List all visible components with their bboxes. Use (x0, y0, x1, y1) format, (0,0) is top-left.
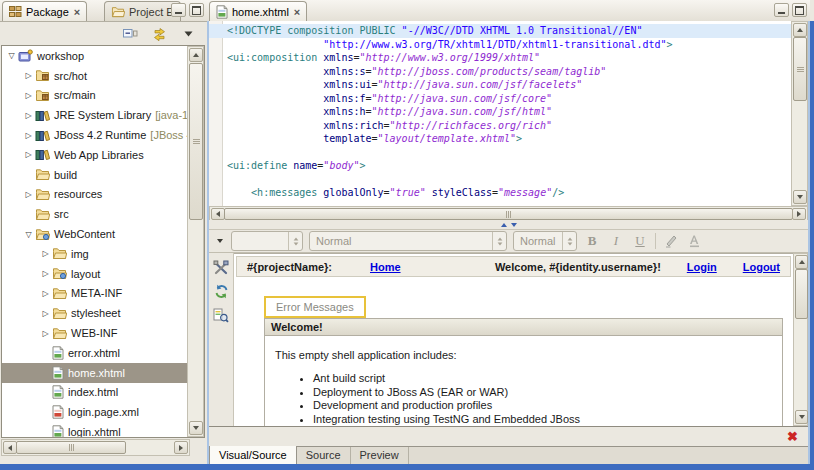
source-visual-splitter[interactable] (209, 220, 808, 229)
font-color-button[interactable] (686, 232, 704, 250)
link-with-editor-button[interactable] (148, 24, 170, 44)
scrollbar-thumb[interactable] (224, 208, 793, 220)
code-line[interactable]: xmlns:f="http://java.sun.com/jsf/core" (209, 92, 793, 106)
tab-package-explorer[interactable]: Package × (2, 1, 87, 21)
expander-closed-icon[interactable]: ▷ (39, 309, 52, 318)
tree-item-index-html[interactable]: index.html (2, 383, 205, 403)
tree-horizontal-scrollbar[interactable] (1, 439, 190, 456)
scroll-down-button[interactable] (189, 421, 203, 435)
tab-visual-source[interactable]: Visual/Source (209, 446, 297, 465)
tree-item-web-inf[interactable]: ▷WEB-INF (2, 323, 205, 343)
underline-button[interactable]: U (631, 232, 649, 250)
expander-closed-icon[interactable]: ▷ (22, 131, 35, 140)
tree-item-img[interactable]: ▷img (2, 244, 205, 264)
close-icon[interactable]: × (74, 7, 80, 17)
tab-source[interactable]: Source (297, 447, 351, 465)
code-line[interactable]: <ui:define name="body"> (209, 159, 793, 173)
splitter-down-arrow-icon[interactable] (511, 223, 517, 227)
tree-item-layout[interactable]: ▷layout (2, 264, 205, 284)
tree-item-meta-inf[interactable]: ▷META-INF (2, 284, 205, 304)
scroll-right-button[interactable] (174, 441, 188, 454)
preferences-tools-button[interactable] (213, 260, 229, 275)
tree-item-login-xhtml[interactable]: login.xhtml (2, 422, 205, 438)
scrollbar-thumb[interactable] (16, 441, 126, 454)
tree-item-build[interactable]: build (2, 165, 205, 185)
tree-item-login-page-xml[interactable]: login.page.xml (2, 402, 205, 422)
logout-link[interactable]: Logout (743, 261, 780, 273)
code-line[interactable] (209, 146, 793, 160)
tree-item-resources[interactable]: ▷resources (2, 185, 205, 205)
tab-preview[interactable]: Preview (351, 447, 409, 465)
tab-home-xhtml[interactable]: home.xhtml × (209, 1, 307, 21)
scrollbar-thumb[interactable] (795, 269, 808, 319)
splitter-up-arrow-icon[interactable] (501, 223, 507, 227)
code-line[interactable]: xmlns:h="http://java.sun.com/jsf/html" (209, 105, 793, 119)
visual-canvas[interactable]: #{projectName}: Home Welcome, #{identity… (234, 253, 793, 426)
expander-open-icon[interactable]: ▽ (5, 51, 18, 60)
style-combo[interactable] (231, 231, 303, 251)
scroll-up-button[interactable] (793, 23, 807, 37)
select-element-button[interactable] (213, 308, 229, 323)
tree-item-error-xhtml[interactable]: error.xhtml (2, 343, 205, 363)
tree-item-src-hot[interactable]: ▷src/hot (2, 66, 205, 86)
error-messages-placeholder[interactable]: Error Messages (264, 296, 366, 318)
highlight-pen-button[interactable] (662, 232, 680, 250)
code-line[interactable] (209, 173, 793, 187)
source-code[interactable]: <!DOCTYPE composition PUBLIC "-//W3C//DT… (209, 24, 793, 200)
italic-button[interactable]: I (607, 232, 625, 250)
toolbar-menu-button[interactable] (215, 239, 225, 243)
tree-item-jre-system-library[interactable]: ▷JRE System Library[java-1.5 (2, 105, 205, 125)
refresh-button[interactable] (214, 284, 229, 299)
canvas-vertical-scrollbar[interactable] (793, 253, 808, 426)
close-icon[interactable]: × (294, 7, 300, 17)
scroll-up-button[interactable] (189, 48, 203, 62)
source-editor[interactable]: <!DOCTYPE composition PUBLIC "-//W3C//DT… (209, 21, 808, 206)
code-line[interactable]: <ui:composition xmlns="http://www.w3.org… (209, 51, 793, 65)
scroll-left-button[interactable] (211, 208, 225, 220)
tree-vertical-scrollbar[interactable] (187, 46, 204, 437)
code-line[interactable]: <h:messages globalOnly="true" styleClass… (209, 186, 793, 200)
expander-closed-icon[interactable]: ▷ (22, 150, 35, 159)
scroll-down-button[interactable] (793, 190, 807, 204)
minimize-button[interactable] (171, 3, 186, 17)
error-indicator-icon[interactable]: ✖ (787, 430, 798, 443)
paragraph-combo[interactable]: Normal (309, 231, 507, 251)
expander-closed-icon[interactable]: ▷ (22, 71, 35, 80)
code-line[interactable]: xmlns:s="http://jboss.com/products/seam/… (209, 65, 793, 79)
collapse-all-button[interactable] (119, 24, 141, 44)
expander-closed-icon[interactable]: ▷ (39, 329, 52, 338)
font-combo[interactable]: Normal (513, 231, 577, 251)
tree-item-jboss-4-2-runtime[interactable]: ▷JBoss 4.2 Runtime[JBoss 4. (2, 125, 205, 145)
tree-item-home-xhtml[interactable]: home.xhtml (2, 363, 205, 383)
expander-closed-icon[interactable]: ▷ (22, 91, 35, 100)
expander-closed-icon[interactable]: ▷ (22, 111, 35, 120)
scrollbar-thumb[interactable] (793, 37, 807, 101)
scroll-right-button[interactable] (792, 208, 806, 220)
home-link[interactable]: Home (370, 261, 401, 273)
tree-item-web-app-libraries[interactable]: ▷Web App Libraries (2, 145, 205, 165)
tab-project-explorer[interactable]: Project E (104, 1, 181, 21)
tree-item-src[interactable]: src (2, 204, 205, 224)
tree-item-webcontent[interactable]: ▽WebContent (2, 224, 205, 244)
maximize-button[interactable] (189, 3, 204, 17)
code-line[interactable]: xmlns:rich="http://richfaces.org/rich" (209, 119, 793, 133)
code-line[interactable]: template="layout/template.xhtml"> (209, 132, 793, 146)
code-line[interactable]: "http://www.w3.org/TR/xhtml1/DTD/xhtml1-… (209, 38, 793, 52)
source-vertical-scrollbar[interactable] (791, 21, 808, 206)
scroll-up-button[interactable] (795, 255, 808, 269)
expander-closed-icon[interactable]: ▷ (39, 289, 52, 298)
bold-button[interactable]: B (583, 232, 601, 250)
expander-closed-icon[interactable]: ▷ (39, 249, 52, 258)
expander-closed-icon[interactable]: ▷ (22, 190, 35, 199)
scrollbar-thumb[interactable] (189, 63, 203, 220)
tree-item-src-main[interactable]: ▷src/main (2, 86, 205, 106)
expander-open-icon[interactable]: ▽ (22, 230, 35, 239)
scroll-down-button[interactable] (795, 410, 808, 424)
code-line[interactable]: xmlns:ui="http://java.sun.com/jsf/facele… (209, 78, 793, 92)
tree-item-workshop[interactable]: ▽workshop (2, 46, 205, 66)
expander-closed-icon[interactable]: ▷ (39, 269, 52, 278)
login-link[interactable]: Login (687, 261, 717, 273)
tree-item-stylesheet[interactable]: ▷stylesheet (2, 303, 205, 323)
maximize-button[interactable] (792, 3, 807, 17)
scroll-left-button[interactable] (3, 441, 17, 454)
